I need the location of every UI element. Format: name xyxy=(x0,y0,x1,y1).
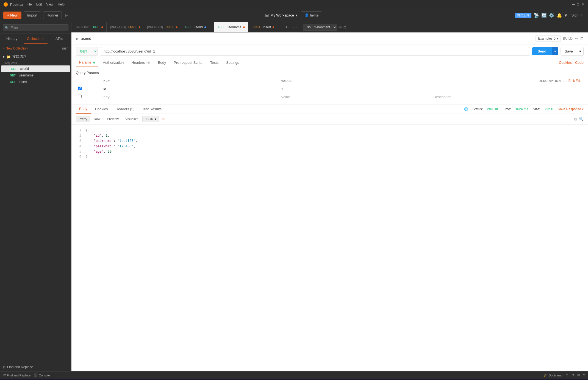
param-checkbox-empty[interactable] xyxy=(78,95,82,98)
bootcamp-statusbar[interactable]: 🎓 Bootcamp xyxy=(544,373,562,377)
method-selector[interactable]: GET xyxy=(76,47,98,56)
history-icon[interactable]: 🔄 xyxy=(541,13,547,18)
eye-icon[interactable]: 👁 xyxy=(338,25,342,29)
settings-env-icon[interactable]: ⚙ xyxy=(343,25,347,29)
add-tab-button[interactable]: + xyxy=(284,24,289,30)
line-num-1: 1 xyxy=(76,128,81,133)
req-tab-pre-request[interactable]: Pre-request Script xyxy=(170,58,206,67)
runner-button[interactable]: Runner xyxy=(43,11,62,19)
menu-file[interactable]: File xyxy=(26,2,32,6)
send-dropdown-button[interactable]: ▾ xyxy=(552,47,558,55)
param-value-id[interactable]: 1 xyxy=(279,85,431,93)
more-tabs-button[interactable]: ··· xyxy=(292,24,298,30)
req-tab-settings[interactable]: Settings xyxy=(223,58,242,67)
tab-userid[interactable]: GET userid xyxy=(181,22,214,32)
settings-icon[interactable]: ⚙️ xyxy=(549,13,554,18)
heart-icon[interactable]: ♥ xyxy=(564,13,567,18)
more-options-icon[interactable]: ⊡ xyxy=(580,36,584,41)
code-text-2: "id": 1, xyxy=(86,133,110,138)
sidebar-tab-history[interactable]: History xyxy=(0,34,24,44)
response-time: 1624 ms xyxy=(515,107,528,111)
sidebar-tab-apis[interactable]: APIs xyxy=(48,34,71,44)
edit-icon[interactable]: ✏ xyxy=(575,36,578,41)
menu-view[interactable]: View xyxy=(46,2,53,6)
param-key-id[interactable]: id xyxy=(101,85,279,93)
help-icon[interactable]: ? xyxy=(583,374,585,377)
req-tab-headers[interactable]: Headers (6) xyxy=(128,58,153,67)
json-format-selector[interactable]: JSON ▾ xyxy=(142,116,159,122)
import-button[interactable]: Import xyxy=(24,11,41,19)
param-desc-id xyxy=(431,85,584,93)
code-text-6: } xyxy=(86,154,88,159)
maximize-button[interactable]: □ xyxy=(577,2,579,7)
param-checkbox-id[interactable] xyxy=(78,87,82,90)
param-key-empty[interactable]: Key xyxy=(101,93,279,101)
upload-badge[interactable]: 协议上传 xyxy=(515,13,531,18)
req-tab-params[interactable]: Params xyxy=(76,58,98,67)
tab-method-1: GET xyxy=(92,25,100,29)
wrap-icon[interactable]: ≡ xyxy=(162,117,165,122)
examples-button[interactable]: Examples 0 ▾ xyxy=(536,35,561,42)
params-dots-button[interactable]: ··· xyxy=(563,79,566,83)
request-item-insert[interactable]: GET insert xyxy=(0,79,71,85)
copy-button[interactable]: ⧉ xyxy=(574,117,577,122)
req-tab-authorization[interactable]: Authorization xyxy=(99,58,127,67)
tab-deleted-get-1[interactable]: [DELETED] GET xyxy=(71,22,107,32)
fmt-tab-preview[interactable]: Preview xyxy=(104,116,121,122)
trash-button[interactable]: Trash xyxy=(60,46,68,50)
close-button[interactable]: ✕ xyxy=(581,2,585,7)
find-replace-statusbar[interactable]: ⇄ Find and Replace xyxy=(3,373,30,377)
resp-tab-headers[interactable]: Headers (5) xyxy=(112,105,138,113)
save-response-button[interactable]: Save Response ▾ xyxy=(558,107,584,111)
fmt-tab-pretty[interactable]: Pretty xyxy=(76,116,90,122)
workspace-selector[interactable]: ⊞ My Workspace ▾ xyxy=(262,12,301,19)
param-value-empty[interactable]: Value xyxy=(279,93,431,101)
sign-in-button[interactable]: Sign In xyxy=(569,12,585,19)
tab-deleted-post-1[interactable]: [DELETED] POST xyxy=(107,22,144,32)
tab-deleted-post-2[interactable]: [DELETED] POST xyxy=(144,22,181,32)
request-header-right: Examples 0 ▾ BUILD ✏ ⊡ xyxy=(536,35,584,42)
send-button[interactable]: Send xyxy=(532,47,552,55)
sidebar-tab-collections[interactable]: Collections xyxy=(24,34,47,44)
req-tab-body[interactable]: Body xyxy=(155,58,170,67)
collection-header[interactable]: ▾ 📁 接口练习 xyxy=(0,53,71,61)
layout-icon-1[interactable]: ⊞ xyxy=(566,373,568,377)
bulk-edit-button[interactable]: Bulk Edit xyxy=(568,79,581,83)
url-input[interactable] xyxy=(100,47,530,56)
layout-icon-3[interactable]: ⊠ xyxy=(577,373,580,377)
resp-tab-cookies[interactable]: Cookies xyxy=(92,105,111,113)
satellite-icon[interactable]: 📡 xyxy=(534,13,539,18)
tab-insert[interactable]: POST insert xyxy=(248,22,281,32)
layout-icon-2[interactable]: ⊟ xyxy=(572,373,574,377)
statusbar: ⇄ Find and Replace ⬛ Console 🎓 Bootcamp … xyxy=(0,371,588,379)
new-button[interactable]: + New xyxy=(3,12,21,19)
resp-tab-test-results[interactable]: Test Results xyxy=(139,105,165,113)
param-check-empty xyxy=(76,93,101,101)
find-replace-item[interactable]: ⇄ Find and Replace xyxy=(3,365,68,369)
req-tab-tests[interactable]: Tests xyxy=(207,58,222,67)
request-item-username[interactable]: GET username xyxy=(0,72,71,79)
invite-button[interactable]: 👤 Invite xyxy=(301,11,322,19)
new-collection-button[interactable]: + New Collection xyxy=(3,46,27,50)
expand-arrow[interactable]: ▶ xyxy=(76,37,79,41)
fmt-tab-raw[interactable]: Raw xyxy=(91,116,103,122)
request-item-userid[interactable]: GET userid xyxy=(1,65,70,72)
bell-icon[interactable]: 🔔 xyxy=(557,13,562,18)
json-dropdown-icon: ▾ xyxy=(155,117,156,121)
menu-edit[interactable]: Edit xyxy=(36,2,42,6)
search-response-button[interactable]: 🔍 xyxy=(579,117,584,122)
menu-help[interactable]: Help xyxy=(58,2,65,6)
save-dropdown-button[interactable]: ▾ xyxy=(577,47,584,56)
tab-method-2: POST xyxy=(127,25,137,29)
console-statusbar[interactable]: ⬛ Console xyxy=(34,373,50,377)
tab-username[interactable]: GET username xyxy=(214,22,248,32)
resp-tab-body[interactable]: Body xyxy=(76,104,91,114)
save-button[interactable]: Save xyxy=(561,47,577,56)
code-link[interactable]: Code xyxy=(575,60,584,65)
minimize-button[interactable]: ─ xyxy=(572,2,575,7)
cookies-link[interactable]: Cookies xyxy=(559,60,572,65)
sidebar-actions: + New Collection Trash xyxy=(0,44,71,53)
fmt-tab-visualize[interactable]: Visualize xyxy=(123,116,141,122)
sidebar-filter-input[interactable] xyxy=(3,24,68,31)
environment-selector[interactable]: No Environment xyxy=(303,24,337,31)
